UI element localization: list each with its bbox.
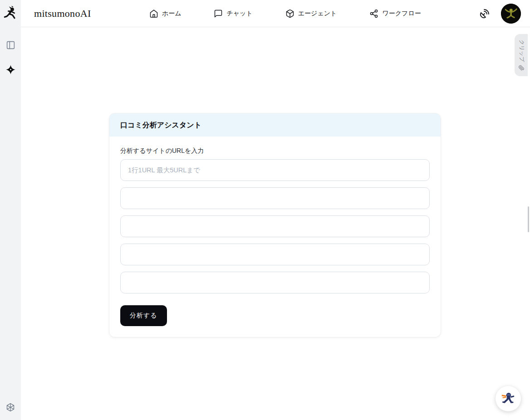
url-input-1[interactable] (120, 159, 430, 181)
nav-label-workflow: ワークフロー (382, 10, 421, 18)
url-input-4[interactable] (120, 244, 430, 265)
clip-tab-inner: クリップ (515, 34, 528, 76)
url-input-label: 分析するサイトのURLを入力 (120, 146, 430, 155)
main-nav: ホーム チャット エージェント ワークフロー (91, 9, 479, 18)
scrollbar-thumb[interactable] (528, 206, 529, 232)
url-input-2[interactable] (120, 187, 430, 209)
brand-wordmark[interactable]: mitsumonoAI (34, 8, 91, 20)
review-analysis-card: 口コミ分析アシスタント 分析するサイトのURLを入力 分析する (109, 113, 441, 337)
clip-tab[interactable]: クリップ (515, 34, 528, 76)
mascot-chat-button[interactable] (496, 386, 521, 411)
nav-label-home: ホーム (162, 10, 182, 18)
satellite-dish-icon[interactable] (479, 8, 490, 19)
url-input-5[interactable] (120, 272, 430, 293)
nav-label-agent: エージェント (298, 10, 337, 18)
panel-toggle-icon[interactable] (0, 37, 21, 53)
url-input-3[interactable] (120, 215, 430, 237)
cube-wireframe-icon[interactable] (0, 399, 21, 415)
ninja-mascot-icon (499, 390, 517, 408)
share-network-icon (369, 9, 378, 18)
left-sidebar (0, 0, 21, 420)
home-icon (149, 9, 158, 18)
chat-bubble-icon (214, 9, 223, 18)
card-title: 口コミ分析アシスタント (120, 120, 430, 130)
card-header: 口コミ分析アシスタント (109, 113, 441, 137)
user-avatar[interactable] (501, 4, 521, 24)
ninja-running-icon (4, 6, 17, 21)
sparkle-icon[interactable] (0, 61, 21, 78)
nav-item-chat[interactable]: チャット (214, 9, 252, 18)
app-logo-ninja-icon[interactable] (0, 0, 21, 27)
nav-label-chat: チャット (226, 10, 252, 18)
top-header: mitsumonoAI ホーム チャット エージェント (21, 0, 530, 27)
nav-item-agent[interactable]: エージェント (285, 9, 337, 18)
card-body: 分析するサイトのURLを入力 分析する (109, 137, 441, 337)
nav-item-home[interactable]: ホーム (149, 9, 182, 18)
clip-tab-label: クリップ (517, 39, 525, 62)
avatar-ninja-icon (501, 4, 521, 24)
nav-item-workflow[interactable]: ワークフロー (369, 9, 421, 18)
header-right-group (479, 4, 521, 24)
box-icon (285, 9, 294, 18)
analyze-button[interactable]: 分析する (120, 305, 167, 326)
paperclip-icon (518, 65, 524, 71)
